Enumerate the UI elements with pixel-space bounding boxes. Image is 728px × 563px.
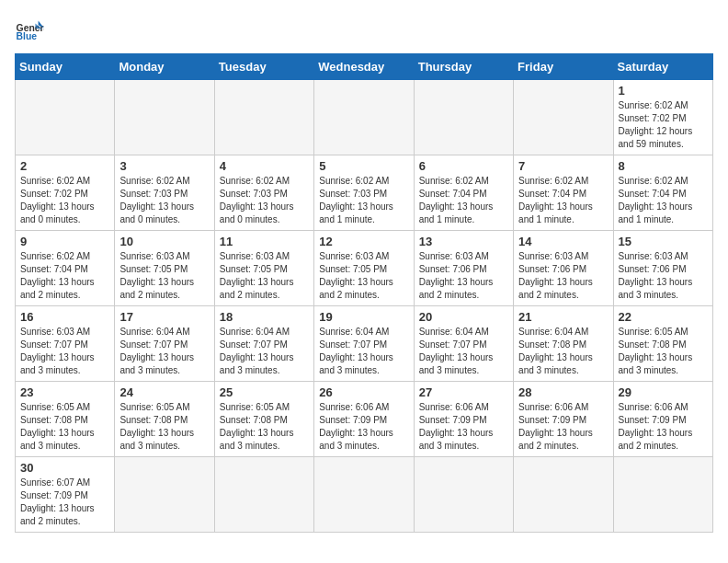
calendar-cell: 16Sunrise: 6:03 AM Sunset: 7:07 PM Dayli… <box>16 306 115 382</box>
day-info: Sunrise: 6:05 AM Sunset: 7:08 PM Dayligh… <box>619 326 708 377</box>
weekday-header-monday: Monday <box>115 54 214 80</box>
calendar-cell: 15Sunrise: 6:03 AM Sunset: 7:06 PM Dayli… <box>613 231 712 306</box>
calendar-cell: 9Sunrise: 6:02 AM Sunset: 7:04 PM Daylig… <box>16 231 115 306</box>
day-info: Sunrise: 6:06 AM Sunset: 7:09 PM Dayligh… <box>419 401 508 453</box>
day-info: Sunrise: 6:02 AM Sunset: 7:04 PM Dayligh… <box>518 175 608 226</box>
day-info: Sunrise: 6:02 AM Sunset: 7:04 PM Dayligh… <box>619 175 708 226</box>
day-info: Sunrise: 6:03 AM Sunset: 7:06 PM Dayligh… <box>619 250 708 302</box>
header: General Blue <box>15 15 713 44</box>
calendar-cell <box>514 80 613 155</box>
day-info: Sunrise: 6:02 AM Sunset: 7:03 PM Dayligh… <box>119 175 209 226</box>
day-number: 24 <box>119 385 209 399</box>
day-number: 6 <box>419 159 508 173</box>
day-info: Sunrise: 6:03 AM Sunset: 7:06 PM Dayligh… <box>419 250 508 302</box>
day-number: 2 <box>20 159 109 173</box>
calendar-cell: 7Sunrise: 6:02 AM Sunset: 7:04 PM Daylig… <box>514 155 613 231</box>
day-number: 28 <box>518 385 608 399</box>
calendar-cell: 8Sunrise: 6:02 AM Sunset: 7:04 PM Daylig… <box>613 155 712 231</box>
weekday-header-friday: Friday <box>514 54 613 80</box>
calendar-cell <box>414 457 513 533</box>
day-info: Sunrise: 6:06 AM Sunset: 7:09 PM Dayligh… <box>518 401 608 453</box>
calendar-week-row: 9Sunrise: 6:02 AM Sunset: 7:04 PM Daylig… <box>16 231 713 306</box>
calendar-cell: 1Sunrise: 6:02 AM Sunset: 7:02 PM Daylig… <box>613 80 712 155</box>
calendar-cell <box>16 80 115 155</box>
calendar-cell: 18Sunrise: 6:04 AM Sunset: 7:07 PM Dayli… <box>214 306 313 382</box>
day-info: Sunrise: 6:03 AM Sunset: 7:05 PM Dayligh… <box>220 250 309 302</box>
calendar-cell: 24Sunrise: 6:05 AM Sunset: 7:08 PM Dayli… <box>115 382 214 457</box>
day-info: Sunrise: 6:04 AM Sunset: 7:08 PM Dayligh… <box>518 326 608 377</box>
day-info: Sunrise: 6:05 AM Sunset: 7:08 PM Dayligh… <box>220 401 309 453</box>
calendar-cell: 6Sunrise: 6:02 AM Sunset: 7:04 PM Daylig… <box>414 155 513 231</box>
day-info: Sunrise: 6:02 AM Sunset: 7:04 PM Dayligh… <box>419 175 508 226</box>
calendar-cell: 22Sunrise: 6:05 AM Sunset: 7:08 PM Dayli… <box>613 306 712 382</box>
day-info: Sunrise: 6:04 AM Sunset: 7:07 PM Dayligh… <box>220 326 309 377</box>
day-number: 25 <box>220 385 309 399</box>
day-info: Sunrise: 6:02 AM Sunset: 7:03 PM Dayligh… <box>220 175 309 226</box>
day-info: Sunrise: 6:03 AM Sunset: 7:05 PM Dayligh… <box>319 250 408 302</box>
day-number: 4 <box>220 159 309 173</box>
calendar-cell: 14Sunrise: 6:03 AM Sunset: 7:06 PM Dayli… <box>514 231 613 306</box>
calendar-cell: 28Sunrise: 6:06 AM Sunset: 7:09 PM Dayli… <box>514 382 613 457</box>
calendar-cell <box>514 457 613 533</box>
day-info: Sunrise: 6:05 AM Sunset: 7:08 PM Dayligh… <box>20 401 109 453</box>
day-info: Sunrise: 6:03 AM Sunset: 7:05 PM Dayligh… <box>119 250 209 302</box>
calendar-week-row: 2Sunrise: 6:02 AM Sunset: 7:02 PM Daylig… <box>16 155 713 231</box>
day-info: Sunrise: 6:04 AM Sunset: 7:07 PM Dayligh… <box>119 326 209 377</box>
day-info: Sunrise: 6:06 AM Sunset: 7:09 PM Dayligh… <box>619 401 708 453</box>
weekday-header-saturday: Saturday <box>613 54 712 80</box>
day-number: 15 <box>619 235 708 248</box>
calendar-cell: 23Sunrise: 6:05 AM Sunset: 7:08 PM Dayli… <box>16 382 115 457</box>
calendar-cell <box>214 457 313 533</box>
calendar-cell: 12Sunrise: 6:03 AM Sunset: 7:05 PM Dayli… <box>314 231 414 306</box>
calendar-cell: 20Sunrise: 6:04 AM Sunset: 7:07 PM Dayli… <box>414 306 513 382</box>
day-number: 13 <box>419 235 508 248</box>
calendar-cell: 25Sunrise: 6:05 AM Sunset: 7:08 PM Dayli… <box>214 382 313 457</box>
day-number: 17 <box>119 310 209 324</box>
day-number: 26 <box>319 385 408 399</box>
day-info: Sunrise: 6:02 AM Sunset: 7:02 PM Dayligh… <box>619 99 708 151</box>
calendar-cell: 19Sunrise: 6:04 AM Sunset: 7:07 PM Dayli… <box>314 306 414 382</box>
day-number: 23 <box>20 385 109 399</box>
calendar-cell: 29Sunrise: 6:06 AM Sunset: 7:09 PM Dayli… <box>613 382 712 457</box>
calendar-cell: 4Sunrise: 6:02 AM Sunset: 7:03 PM Daylig… <box>214 155 313 231</box>
day-info: Sunrise: 6:04 AM Sunset: 7:07 PM Dayligh… <box>419 326 508 377</box>
calendar-cell <box>314 457 414 533</box>
day-number: 8 <box>619 159 708 173</box>
weekday-header-wednesday: Wednesday <box>314 54 414 80</box>
logo: General Blue <box>15 15 44 44</box>
day-number: 30 <box>20 461 109 475</box>
day-info: Sunrise: 6:02 AM Sunset: 7:03 PM Dayligh… <box>319 175 408 226</box>
weekday-header-tuesday: Tuesday <box>214 54 313 80</box>
calendar-cell: 10Sunrise: 6:03 AM Sunset: 7:05 PM Dayli… <box>115 231 214 306</box>
logo-icon: General Blue <box>15 15 44 44</box>
calendar-cell: 11Sunrise: 6:03 AM Sunset: 7:05 PM Dayli… <box>214 231 313 306</box>
day-number: 22 <box>619 310 708 324</box>
day-number: 18 <box>220 310 309 324</box>
weekday-header-thursday: Thursday <box>414 54 513 80</box>
day-number: 29 <box>619 385 708 399</box>
day-number: 10 <box>119 235 209 248</box>
day-number: 27 <box>419 385 508 399</box>
day-number: 20 <box>419 310 508 324</box>
calendar-cell: 5Sunrise: 6:02 AM Sunset: 7:03 PM Daylig… <box>314 155 414 231</box>
calendar-table: SundayMondayTuesdayWednesdayThursdayFrid… <box>15 53 713 533</box>
calendar-cell: 26Sunrise: 6:06 AM Sunset: 7:09 PM Dayli… <box>314 382 414 457</box>
day-info: Sunrise: 6:04 AM Sunset: 7:07 PM Dayligh… <box>319 326 408 377</box>
day-info: Sunrise: 6:05 AM Sunset: 7:08 PM Dayligh… <box>119 401 209 453</box>
day-info: Sunrise: 6:02 AM Sunset: 7:02 PM Dayligh… <box>20 175 109 226</box>
calendar-cell <box>414 80 513 155</box>
day-info: Sunrise: 6:07 AM Sunset: 7:09 PM Dayligh… <box>20 477 109 528</box>
day-info: Sunrise: 6:06 AM Sunset: 7:09 PM Dayligh… <box>319 401 408 453</box>
day-info: Sunrise: 6:03 AM Sunset: 7:07 PM Dayligh… <box>20 326 109 377</box>
weekday-header-row: SundayMondayTuesdayWednesdayThursdayFrid… <box>16 54 713 80</box>
day-info: Sunrise: 6:03 AM Sunset: 7:06 PM Dayligh… <box>518 250 608 302</box>
day-number: 21 <box>518 310 608 324</box>
calendar-cell <box>613 457 712 533</box>
calendar-week-row: 1Sunrise: 6:02 AM Sunset: 7:02 PM Daylig… <box>16 80 713 155</box>
calendar-cell: 21Sunrise: 6:04 AM Sunset: 7:08 PM Dayli… <box>514 306 613 382</box>
calendar-week-row: 16Sunrise: 6:03 AM Sunset: 7:07 PM Dayli… <box>16 306 713 382</box>
day-number: 7 <box>518 159 608 173</box>
calendar-week-row: 30Sunrise: 6:07 AM Sunset: 7:09 PM Dayli… <box>16 457 713 533</box>
calendar-cell: 30Sunrise: 6:07 AM Sunset: 7:09 PM Dayli… <box>16 457 115 533</box>
calendar-cell: 13Sunrise: 6:03 AM Sunset: 7:06 PM Dayli… <box>414 231 513 306</box>
